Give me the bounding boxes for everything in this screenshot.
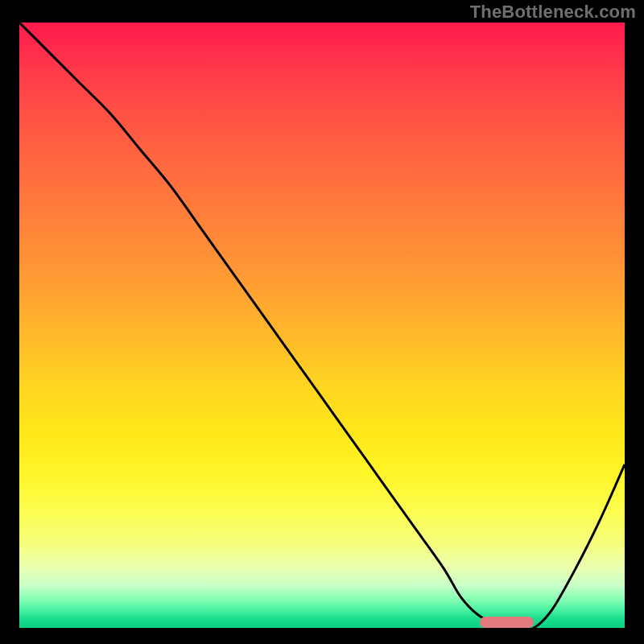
chart-plot-area <box>19 23 625 628</box>
chart-frame: TheBottleneck.com <box>0 0 644 644</box>
optimal-range-marker <box>480 617 535 628</box>
bottleneck-curve <box>19 23 625 628</box>
watermark-text: TheBottleneck.com <box>470 2 636 23</box>
